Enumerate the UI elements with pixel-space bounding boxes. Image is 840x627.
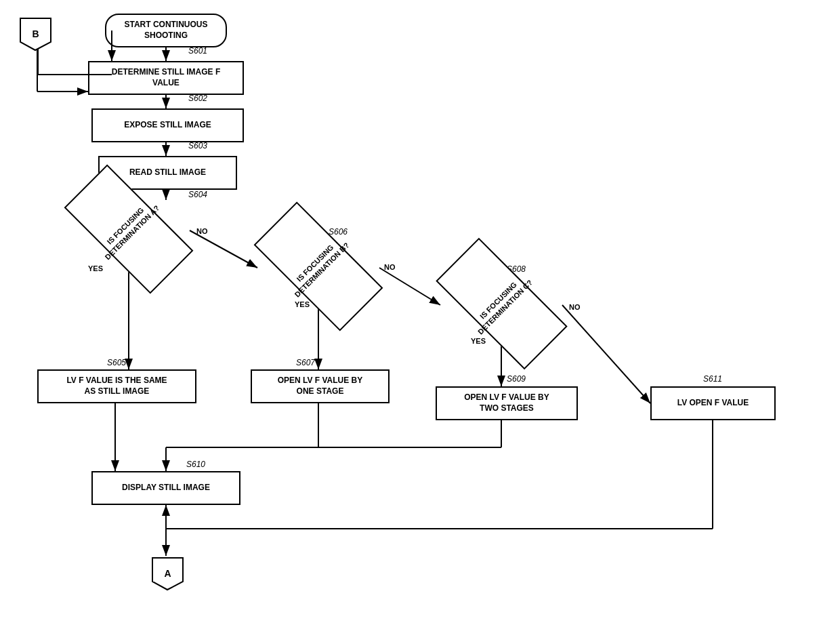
s603-label: S603 bbox=[188, 141, 207, 150]
start-label: START CONTINUOUS SHOOTING bbox=[106, 20, 226, 41]
a-connector: A bbox=[149, 554, 186, 592]
s610-label: S610 bbox=[186, 460, 205, 469]
step10-node: DISPLAY STILL IMAGE bbox=[91, 471, 240, 505]
diamond2-yes-label: YES bbox=[295, 300, 310, 308]
s602-label: S602 bbox=[188, 94, 207, 103]
step2-node: EXPOSE STILL IMAGE bbox=[91, 108, 244, 142]
diamond3-no-label: NO bbox=[569, 303, 581, 311]
step5-label: LV F VALUE IS THE SAMEAS STILL IMAGE bbox=[66, 376, 167, 397]
diamond3-yes-label: YES bbox=[471, 337, 486, 345]
diamond2-no-label: NO bbox=[384, 263, 396, 271]
a-connector-label: A bbox=[164, 568, 171, 579]
s604-label: S604 bbox=[188, 190, 207, 199]
start-node: START CONTINUOUS SHOOTING bbox=[105, 14, 227, 47]
diamond2-container: IS FOCUSINGDETERMINATION B? bbox=[257, 236, 379, 297]
svg-line-11 bbox=[379, 268, 440, 305]
diamond3-container: IS FOCUSINGDETERMINATION C? bbox=[439, 273, 564, 334]
step9-node: OPEN LV F VALUE BYTWO STAGES bbox=[436, 386, 578, 420]
step10-label: DISPLAY STILL IMAGE bbox=[122, 483, 210, 493]
step1-node: DETERMINE STILL IMAGE FVALUE bbox=[88, 61, 244, 95]
step7-label: OPEN LV F VALUE BYONE STAGE bbox=[278, 376, 363, 397]
diamond1-container: IS FOCUSINGDETERMINATION A? bbox=[68, 199, 190, 260]
diamond1-no-label: NO bbox=[196, 227, 208, 235]
b-connector: B bbox=[17, 15, 54, 52]
step5-node: LV F VALUE IS THE SAMEAS STILL IMAGE bbox=[37, 369, 196, 403]
step2-label: EXPOSE STILL IMAGE bbox=[124, 120, 211, 131]
step1-label: DETERMINE STILL IMAGE FVALUE bbox=[112, 67, 220, 88]
flowchart-diagram: B START CONTINUOUS SHOOTING S601 DETERMI… bbox=[0, 0, 840, 627]
s611-label: S611 bbox=[703, 374, 722, 384]
step11-node: LV OPEN F VALUE bbox=[650, 386, 776, 420]
step11-label: LV OPEN F VALUE bbox=[677, 398, 749, 409]
b-connector-label: B bbox=[32, 28, 39, 39]
s607-label: S607 bbox=[296, 358, 315, 367]
svg-line-9 bbox=[190, 230, 257, 268]
diamond1-yes-label: YES bbox=[88, 264, 103, 272]
s609-label: S609 bbox=[507, 374, 526, 384]
step7-node: OPEN LV F VALUE BYONE STAGE bbox=[251, 369, 390, 403]
s601-label: S601 bbox=[188, 46, 207, 56]
s605-label: S605 bbox=[107, 358, 126, 367]
step9-label: OPEN LV F VALUE BYTWO STAGES bbox=[464, 392, 549, 413]
